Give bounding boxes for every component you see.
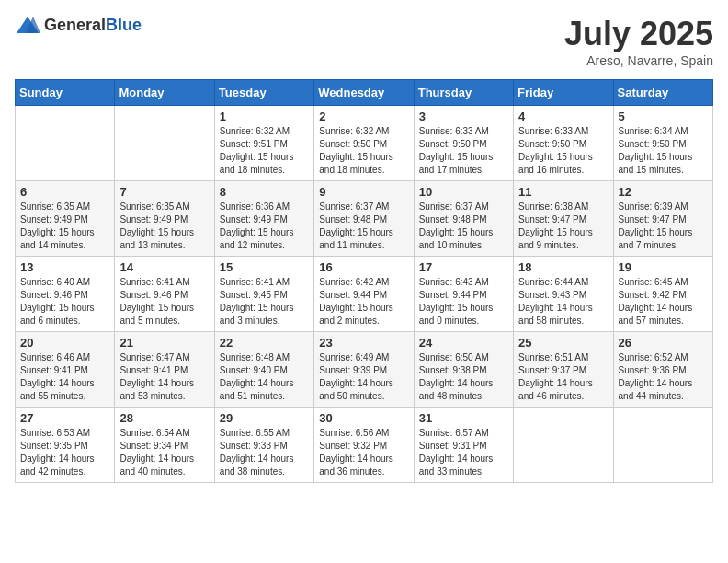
logo-text-general: General — [44, 16, 106, 34]
day-number: 16 — [319, 260, 408, 274]
day-number: 21 — [119, 336, 209, 350]
cell-content: Sunrise: 6:51 AMSunset: 9:37 PMDaylight:… — [518, 351, 608, 403]
cell-content: Sunrise: 6:57 AMSunset: 9:31 PMDaylight:… — [419, 427, 508, 478]
day-number: 29 — [220, 411, 309, 425]
cell-content: Sunrise: 6:48 AMSunset: 9:40 PMDaylight:… — [220, 351, 309, 403]
cell-content: Sunrise: 6:52 AMSunset: 9:36 PMDaylight:… — [619, 351, 708, 403]
cell-content: Sunrise: 6:33 AMSunset: 9:50 PMDaylight:… — [518, 125, 608, 177]
day-number: 15 — [220, 260, 309, 274]
location-title: Areso, Navarre, Spain — [564, 53, 713, 68]
cell-content: Sunrise: 6:42 AMSunset: 9:44 PMDaylight:… — [319, 276, 408, 327]
calendar-cell: 11Sunrise: 6:38 AMSunset: 9:47 PMDayligh… — [514, 181, 613, 257]
cell-content: Sunrise: 6:36 AMSunset: 9:49 PMDaylight:… — [220, 201, 309, 252]
calendar-cell: 7Sunrise: 6:35 AMSunset: 9:49 PMDaylight… — [115, 181, 214, 257]
calendar-cell: 10Sunrise: 6:37 AMSunset: 9:48 PMDayligh… — [414, 181, 513, 257]
calendar-cell: 4Sunrise: 6:33 AMSunset: 9:50 PMDaylight… — [514, 106, 613, 181]
week-row-1: 1Sunrise: 6:32 AMSunset: 9:51 PMDaylight… — [16, 106, 713, 181]
day-number: 23 — [319, 336, 408, 350]
weekday-thursday: Thursday — [414, 80, 513, 106]
calendar-cell: 15Sunrise: 6:41 AMSunset: 9:45 PMDayligh… — [214, 257, 313, 332]
cell-content: Sunrise: 6:35 AMSunset: 9:49 PMDaylight:… — [20, 201, 109, 252]
weekday-monday: Monday — [115, 80, 214, 106]
week-row-4: 20Sunrise: 6:46 AMSunset: 9:41 PMDayligh… — [16, 332, 713, 408]
cell-content: Sunrise: 6:50 AMSunset: 9:38 PMDaylight:… — [419, 351, 508, 403]
calendar-cell: 2Sunrise: 6:32 AMSunset: 9:50 PMDaylight… — [314, 106, 414, 181]
calendar-cell — [613, 408, 712, 483]
calendar: SundayMondayTuesdayWednesdayThursdayFrid… — [15, 79, 713, 483]
day-number: 6 — [20, 185, 109, 199]
cell-content: Sunrise: 6:56 AMSunset: 9:32 PMDaylight:… — [319, 427, 408, 478]
day-number: 14 — [119, 260, 209, 274]
week-row-2: 6Sunrise: 6:35 AMSunset: 9:49 PMDaylight… — [16, 181, 713, 257]
calendar-cell — [16, 106, 115, 181]
weekday-tuesday: Tuesday — [214, 80, 313, 106]
day-number: 19 — [619, 260, 708, 274]
day-number: 3 — [419, 109, 508, 123]
cell-content: Sunrise: 6:47 AMSunset: 9:41 PMDaylight:… — [119, 351, 209, 403]
day-number: 18 — [518, 260, 608, 274]
day-number: 2 — [319, 109, 408, 123]
calendar-cell: 22Sunrise: 6:48 AMSunset: 9:40 PMDayligh… — [214, 332, 313, 408]
calendar-cell: 21Sunrise: 6:47 AMSunset: 9:41 PMDayligh… — [115, 332, 214, 408]
week-row-3: 13Sunrise: 6:40 AMSunset: 9:46 PMDayligh… — [16, 257, 713, 332]
day-number: 7 — [119, 185, 209, 199]
day-number: 20 — [20, 336, 109, 350]
day-number: 8 — [220, 185, 309, 199]
cell-content: Sunrise: 6:32 AMSunset: 9:51 PMDaylight:… — [220, 125, 309, 177]
calendar-cell: 13Sunrise: 6:40 AMSunset: 9:46 PMDayligh… — [16, 257, 115, 332]
cell-content: Sunrise: 6:37 AMSunset: 9:48 PMDaylight:… — [419, 201, 508, 252]
calendar-cell: 1Sunrise: 6:32 AMSunset: 9:51 PMDaylight… — [214, 106, 313, 181]
calendar-cell: 8Sunrise: 6:36 AMSunset: 9:49 PMDaylight… — [214, 181, 313, 257]
logo-icon — [15, 15, 40, 35]
calendar-cell: 5Sunrise: 6:34 AMSunset: 9:50 PMDaylight… — [613, 106, 712, 181]
logo: GeneralBlue — [15, 15, 142, 35]
cell-content: Sunrise: 6:43 AMSunset: 9:44 PMDaylight:… — [419, 276, 508, 327]
cell-content: Sunrise: 6:53 AMSunset: 9:35 PMDaylight:… — [20, 427, 109, 478]
calendar-cell: 17Sunrise: 6:43 AMSunset: 9:44 PMDayligh… — [414, 257, 513, 332]
day-number: 1 — [220, 109, 309, 123]
calendar-body: 1Sunrise: 6:32 AMSunset: 9:51 PMDaylight… — [16, 106, 713, 483]
cell-content: Sunrise: 6:33 AMSunset: 9:50 PMDaylight:… — [419, 125, 508, 177]
calendar-cell — [514, 408, 613, 483]
month-title: July 2025 — [564, 15, 713, 53]
day-number: 25 — [518, 336, 608, 350]
day-number: 22 — [220, 336, 309, 350]
logo-text-blue: Blue — [106, 16, 142, 34]
title-area: July 2025 Areso, Navarre, Spain — [564, 15, 713, 68]
day-number: 31 — [419, 411, 508, 425]
calendar-cell: 24Sunrise: 6:50 AMSunset: 9:38 PMDayligh… — [414, 332, 513, 408]
calendar-cell: 27Sunrise: 6:53 AMSunset: 9:35 PMDayligh… — [16, 408, 115, 483]
day-number: 10 — [419, 185, 508, 199]
day-number: 24 — [419, 336, 508, 350]
calendar-cell: 16Sunrise: 6:42 AMSunset: 9:44 PMDayligh… — [314, 257, 414, 332]
day-number: 11 — [518, 185, 608, 199]
calendar-cell: 14Sunrise: 6:41 AMSunset: 9:46 PMDayligh… — [115, 257, 214, 332]
day-number: 13 — [20, 260, 109, 274]
calendar-cell: 19Sunrise: 6:45 AMSunset: 9:42 PMDayligh… — [613, 257, 712, 332]
day-number: 30 — [319, 411, 408, 425]
cell-content: Sunrise: 6:32 AMSunset: 9:50 PMDaylight:… — [319, 125, 408, 177]
cell-content: Sunrise: 6:35 AMSunset: 9:49 PMDaylight:… — [119, 201, 209, 252]
day-number: 27 — [20, 411, 109, 425]
weekday-sunday: Sunday — [16, 80, 115, 106]
cell-content: Sunrise: 6:41 AMSunset: 9:45 PMDaylight:… — [220, 276, 309, 327]
calendar-cell: 31Sunrise: 6:57 AMSunset: 9:31 PMDayligh… — [414, 408, 513, 483]
calendar-cell — [115, 106, 214, 181]
weekday-wednesday: Wednesday — [314, 80, 414, 106]
week-row-5: 27Sunrise: 6:53 AMSunset: 9:35 PMDayligh… — [16, 408, 713, 483]
weekday-header-row: SundayMondayTuesdayWednesdayThursdayFrid… — [16, 80, 713, 106]
day-number: 28 — [119, 411, 209, 425]
calendar-cell: 20Sunrise: 6:46 AMSunset: 9:41 PMDayligh… — [16, 332, 115, 408]
calendar-cell: 30Sunrise: 6:56 AMSunset: 9:32 PMDayligh… — [314, 408, 414, 483]
cell-content: Sunrise: 6:46 AMSunset: 9:41 PMDaylight:… — [20, 351, 109, 403]
calendar-cell: 18Sunrise: 6:44 AMSunset: 9:43 PMDayligh… — [514, 257, 613, 332]
weekday-friday: Friday — [514, 80, 613, 106]
day-number: 9 — [319, 185, 408, 199]
cell-content: Sunrise: 6:41 AMSunset: 9:46 PMDaylight:… — [119, 276, 209, 327]
calendar-cell: 29Sunrise: 6:55 AMSunset: 9:33 PMDayligh… — [214, 408, 313, 483]
header: GeneralBlue July 2025 Areso, Navarre, Sp… — [15, 15, 713, 68]
cell-content: Sunrise: 6:39 AMSunset: 9:47 PMDaylight:… — [619, 201, 708, 252]
cell-content: Sunrise: 6:55 AMSunset: 9:33 PMDaylight:… — [220, 427, 309, 478]
cell-content: Sunrise: 6:44 AMSunset: 9:43 PMDaylight:… — [518, 276, 608, 327]
weekday-saturday: Saturday — [613, 80, 712, 106]
